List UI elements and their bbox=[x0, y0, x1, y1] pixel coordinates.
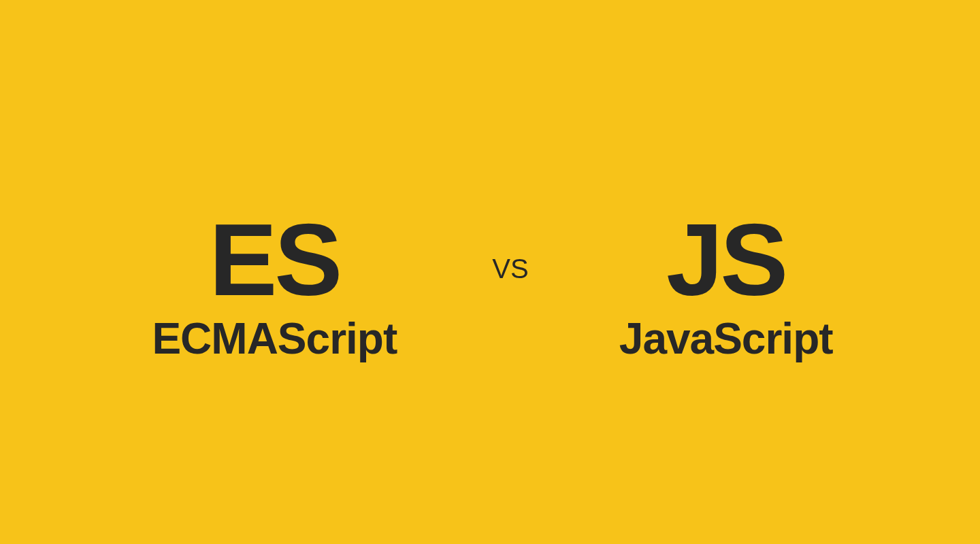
left-fullname: ECMAScript bbox=[152, 315, 397, 362]
vs-label: VS bbox=[492, 254, 528, 284]
right-abbrev: JS bbox=[666, 209, 785, 311]
left-side-block: ES ECMAScript bbox=[131, 209, 417, 362]
right-side-block: JS JavaScript bbox=[604, 209, 849, 362]
comparison-container: ES ECMAScript VS JS JavaScript bbox=[0, 182, 980, 362]
right-fullname: JavaScript bbox=[619, 315, 833, 362]
left-abbrev: ES bbox=[209, 209, 340, 311]
